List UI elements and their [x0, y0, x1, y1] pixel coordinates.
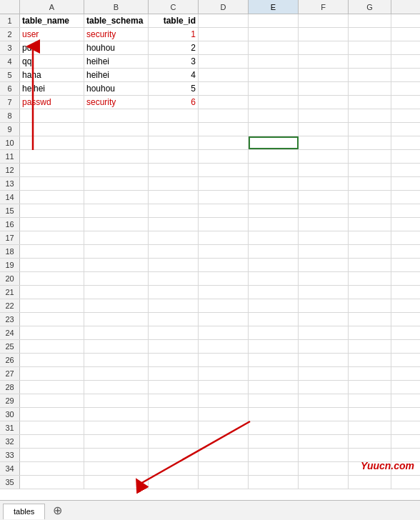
cell-d5[interactable]: [199, 69, 249, 81]
cell-e4[interactable]: [249, 55, 299, 68]
add-sheet-button[interactable]: ⊕: [49, 503, 65, 519]
col-header-b[interactable]: B: [84, 0, 149, 14]
cell-f8[interactable]: [299, 109, 349, 122]
cell-e3[interactable]: [249, 41, 299, 54]
cell-c5[interactable]: 4: [149, 69, 199, 81]
cell-b1[interactable]: table_schema: [84, 14, 149, 27]
cell-f2[interactable]: [299, 28, 349, 41]
cell-c6[interactable]: 5: [149, 82, 199, 95]
cell-c1[interactable]: table_id: [149, 14, 199, 27]
table-row: 13: [0, 177, 420, 191]
cell-c10[interactable]: [149, 136, 199, 149]
col-header-c[interactable]: C: [149, 0, 199, 14]
cell-f9[interactable]: [299, 123, 349, 136]
cell-g2[interactable]: [349, 28, 391, 41]
cell-a1[interactable]: table_name: [20, 14, 84, 27]
table-row: 18: [0, 245, 420, 259]
cell-g3[interactable]: [349, 41, 391, 54]
cell-c8[interactable]: [149, 109, 199, 122]
cell-c3[interactable]: 2: [149, 41, 199, 54]
cell-a11[interactable]: [20, 150, 84, 163]
col-header-e[interactable]: E: [249, 0, 299, 14]
cell-e2[interactable]: [249, 28, 299, 41]
table-row: 25: [0, 340, 420, 354]
cell-b10[interactable]: [84, 136, 149, 149]
row-num: 33: [0, 449, 20, 461]
cell-c9[interactable]: [149, 123, 199, 136]
cell-a4[interactable]: qq: [20, 55, 84, 68]
col-header-f[interactable]: F: [299, 0, 349, 14]
cell-b8[interactable]: [84, 109, 149, 122]
cell-c7[interactable]: 6: [149, 96, 199, 109]
cell-b5[interactable]: heihei: [84, 69, 149, 81]
table-row: 27: [0, 367, 420, 381]
sheet-tab-tables[interactable]: tables: [3, 504, 45, 519]
cell-g7[interactable]: [349, 96, 391, 109]
column-headers: A B C D E F G: [0, 0, 420, 14]
cell-d6[interactable]: [199, 82, 249, 95]
cell-f10[interactable]: [299, 136, 349, 149]
cell-f4[interactable]: [299, 55, 349, 68]
grid-body: 1 table_name table_schema table_id 2 use…: [0, 14, 420, 500]
cell-e9[interactable]: [249, 123, 299, 136]
cell-d4[interactable]: [199, 55, 249, 68]
col-header-d[interactable]: D: [199, 0, 249, 14]
table-row: 30: [0, 408, 420, 421]
cell-a6[interactable]: heihei: [20, 82, 84, 95]
row-num: 35: [0, 476, 20, 489]
cell-e6[interactable]: [249, 82, 299, 95]
col-header-g[interactable]: G: [349, 0, 391, 14]
row-num: 9: [0, 123, 20, 136]
cell-f6[interactable]: [299, 82, 349, 95]
table-row: 21: [0, 286, 420, 299]
row-num: 15: [0, 204, 20, 217]
cell-b6[interactable]: houhou: [84, 82, 149, 95]
row-num: 23: [0, 313, 20, 326]
cell-a7[interactable]: passwd: [20, 96, 84, 109]
cell-f5[interactable]: [299, 69, 349, 81]
cell-g10[interactable]: [349, 136, 391, 149]
cell-g5[interactable]: [349, 69, 391, 81]
cell-b9[interactable]: [84, 123, 149, 136]
cell-d7[interactable]: [199, 96, 249, 109]
cell-f7[interactable]: [299, 96, 349, 109]
cell-e10[interactable]: [249, 136, 299, 149]
row-num: 25: [0, 340, 20, 353]
cell-b2[interactable]: security: [84, 28, 149, 41]
cell-d9[interactable]: [199, 123, 249, 136]
tab-bar: tables ⊕: [0, 500, 420, 520]
cell-e7[interactable]: [249, 96, 299, 109]
col-header-a[interactable]: A: [20, 0, 84, 14]
cell-d8[interactable]: [199, 109, 249, 122]
cell-d10[interactable]: [199, 136, 249, 149]
cell-g1[interactable]: [349, 14, 391, 27]
cell-e5[interactable]: [249, 69, 299, 81]
cell-a10[interactable]: [20, 136, 84, 149]
row-num: 29: [0, 394, 20, 407]
cell-a2[interactable]: user: [20, 28, 84, 41]
cell-e8[interactable]: [249, 109, 299, 122]
cell-b7[interactable]: security: [84, 96, 149, 109]
cell-a3[interactable]: pd: [20, 41, 84, 54]
cell-b3[interactable]: houhou: [84, 41, 149, 54]
table-row: 26: [0, 354, 420, 367]
cell-a9[interactable]: [20, 123, 84, 136]
row-num: 2: [0, 28, 20, 41]
cell-a5[interactable]: haha: [20, 69, 84, 81]
cell-f1[interactable]: [299, 14, 349, 27]
cell-d1[interactable]: [199, 14, 249, 27]
cell-a8[interactable]: [20, 109, 84, 122]
cell-d3[interactable]: [199, 41, 249, 54]
row-num: 21: [0, 286, 20, 299]
cell-g6[interactable]: [349, 82, 391, 95]
cell-e1[interactable]: [249, 14, 299, 27]
cell-f3[interactable]: [299, 41, 349, 54]
cell-d2[interactable]: [199, 28, 249, 41]
cell-g9[interactable]: [349, 123, 391, 136]
cell-c2[interactable]: 1: [149, 28, 199, 41]
cell-c4[interactable]: 3: [149, 55, 199, 68]
cell-b4[interactable]: heihei: [84, 55, 149, 68]
table-row: 7 passwd security 6: [0, 96, 420, 109]
cell-g4[interactable]: [349, 55, 391, 68]
cell-g8[interactable]: [349, 109, 391, 122]
